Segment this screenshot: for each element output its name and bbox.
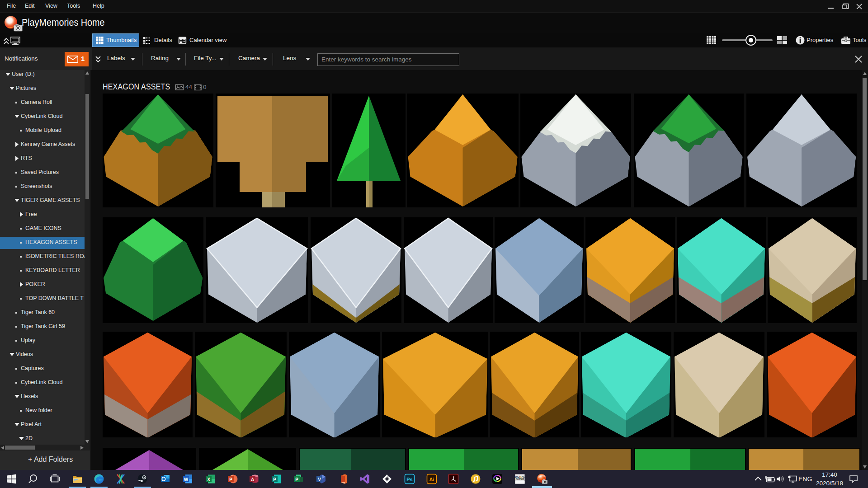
svg-text:X: X (207, 477, 210, 482)
svg-text:P: P (229, 477, 232, 482)
svg-text:PAPER: PAPER (516, 478, 524, 480)
svg-text:W: W (184, 477, 189, 482)
svg-text:P: P (273, 477, 276, 482)
svg-text:Ps: Ps (406, 477, 412, 482)
svg-text:A: A (251, 477, 254, 482)
svg-text:Ai: Ai (429, 477, 434, 482)
svg-text:V: V (318, 477, 321, 482)
svg-text:P: P (295, 477, 298, 482)
